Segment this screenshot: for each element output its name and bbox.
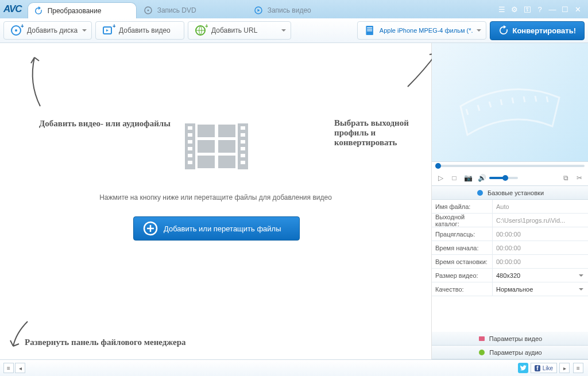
- svg-point-1: [147, 10, 149, 11]
- convert-button[interactable]: Конвертировать!: [490, 21, 585, 40]
- arrow-annotation-icon: [5, 319, 33, 353]
- add-video-button[interactable]: + Добавить видео: [95, 21, 184, 40]
- add-url-button[interactable]: + Добавить URL: [188, 21, 291, 40]
- button-label: Добавить видео: [119, 26, 171, 34]
- panel-list-button[interactable]: ≡: [573, 363, 583, 373]
- maximize-icon[interactable]: ☐: [560, 5, 570, 14]
- snapshot-button[interactable]: 📷: [462, 172, 474, 184]
- close-icon[interactable]: ✕: [573, 5, 582, 14]
- document-icon: [363, 24, 376, 37]
- svg-text:+: +: [205, 24, 208, 29]
- add-disc-button[interactable]: + Добавить диска: [3, 21, 92, 40]
- panel-expand-button[interactable]: ▸: [559, 363, 570, 373]
- main-area: Добавить видео- или аудиофайлы Выбрать в…: [0, 43, 588, 359]
- annotation-add-files: Добавить видео- или аудиофайлы: [39, 119, 171, 129]
- button-label: Конвертировать!: [512, 26, 576, 35]
- prop-size-label: Размер видео:: [432, 269, 493, 282]
- sidebar: ▷ □ 📷 🔊 ⧉ ✂ Базовые установки Имя файла:…: [432, 43, 588, 359]
- audio-params-header[interactable]: Параметры аудио: [432, 346, 588, 359]
- facebook-like-button[interactable]: fLike: [531, 363, 557, 373]
- prop-filename-label: Имя файла:: [432, 200, 493, 213]
- prop-filename-value[interactable]: Auto: [493, 200, 588, 213]
- svg-rect-36: [479, 336, 485, 341]
- volume-icon[interactable]: 🔊: [475, 172, 488, 184]
- content-pane[interactable]: Добавить видео- или аудиофайлы Выбрать в…: [0, 43, 432, 359]
- tab-convert[interactable]: Преобразование: [28, 2, 137, 18]
- seek-bar[interactable]: [432, 162, 588, 170]
- panel-collapse-button[interactable]: ◂: [15, 363, 25, 373]
- app-logo: AVC: [3, 3, 22, 15]
- arrow-annotation-icon: [17, 49, 52, 112]
- prop-stop-value[interactable]: 00:00:00: [493, 255, 588, 268]
- disc-add-icon: +: [10, 24, 24, 37]
- menu-icon[interactable]: ☰: [497, 5, 506, 14]
- prop-start-label: Время начала:: [432, 241, 493, 254]
- filmstrip-icon: [185, 123, 248, 169]
- plus-circle-icon: [143, 221, 158, 236]
- disc-icon: [144, 6, 153, 15]
- tab-dvd[interactable]: Запись DVD: [138, 2, 247, 18]
- button-label: Добавить URL: [211, 26, 257, 34]
- annotation-expand-panel: Развернуть панель файлового менеджера: [25, 338, 186, 347]
- svg-rect-13: [368, 30, 373, 31]
- key-icon[interactable]: ⚿: [523, 5, 532, 14]
- svg-rect-23: [188, 133, 192, 137]
- header-label: Базовые установки: [488, 189, 544, 196]
- svg-rect-11: [368, 28, 373, 28]
- svg-text:+: +: [21, 24, 24, 29]
- svg-point-37: [479, 350, 485, 355]
- fb-label: Like: [543, 365, 553, 371]
- panel-toggle-button[interactable]: ≡: [3, 363, 14, 373]
- svg-rect-21: [218, 156, 235, 168]
- output-profile-select[interactable]: Apple iPhone MPEG-4 фильм (*.mp4: [357, 21, 486, 40]
- svg-rect-12: [368, 29, 373, 29]
- titlebar: AVC Преобразование Запись DVD Запись вид…: [0, 0, 588, 18]
- drop-hint: Нажмите на кнопку ниже или перетащите фа…: [0, 193, 431, 201]
- basic-settings-header[interactable]: Базовые установки: [432, 186, 588, 200]
- crop-button[interactable]: ⧉: [559, 172, 572, 184]
- profile-label: Apple iPhone MPEG-4 фильм (*.mp4: [380, 27, 474, 34]
- svg-rect-20: [198, 156, 215, 168]
- svg-rect-17: [218, 125, 235, 137]
- prop-size-select[interactable]: 480x320: [493, 269, 588, 282]
- svg-rect-28: [241, 126, 245, 130]
- globe-icon: [476, 189, 484, 197]
- help-icon[interactable]: ?: [535, 5, 544, 14]
- add-files-button[interactable]: Добавить или перетащить файлы: [133, 216, 300, 241]
- minimize-icon[interactable]: —: [548, 5, 557, 14]
- globe-add-icon: +: [194, 24, 208, 37]
- svg-rect-19: [218, 140, 235, 153]
- gear-icon[interactable]: ⚙: [510, 5, 519, 14]
- tab-label: Преобразование: [48, 7, 102, 15]
- prop-duration-value: 00:00:00: [493, 227, 588, 241]
- svg-text:+: +: [113, 24, 115, 29]
- cut-button[interactable]: ✂: [573, 172, 586, 184]
- tab-record[interactable]: Запись видео: [248, 2, 357, 18]
- prop-output-label: Выходной каталог:: [432, 214, 493, 227]
- prop-quality-label: Качество:: [432, 282, 493, 296]
- window-controls: ☰ ⚙ ⚿ ? — ☐ ✕: [497, 5, 588, 14]
- twitter-icon: [520, 365, 527, 371]
- stop-button[interactable]: □: [448, 172, 461, 184]
- twitter-button[interactable]: [518, 363, 528, 373]
- svg-rect-27: [188, 161, 192, 164]
- refresh-icon: [34, 6, 43, 15]
- prop-output-value[interactable]: C:\Users\1progs.ru\Vid...: [493, 214, 588, 227]
- button-label: Добавить диска: [27, 26, 78, 34]
- svg-rect-31: [241, 147, 245, 150]
- button-label: Добавить или перетащить файлы: [164, 224, 281, 233]
- play-icon: [254, 6, 263, 15]
- prop-quality-select[interactable]: Нормальное: [493, 282, 588, 296]
- prop-start-value[interactable]: 00:00:00: [493, 241, 588, 254]
- toolbar: + Добавить диска + Добавить видео + Доба…: [0, 18, 588, 43]
- volume-slider[interactable]: [489, 177, 518, 179]
- preview-pane: [432, 43, 588, 162]
- properties-panel: Имя файла:Auto Выходной каталог:C:\Users…: [432, 200, 588, 332]
- video-params-header[interactable]: Параметры видео: [432, 332, 588, 346]
- svg-rect-33: [241, 161, 245, 164]
- svg-point-4: [15, 29, 17, 32]
- play-button[interactable]: ▷: [434, 172, 447, 184]
- refresh-icon: [498, 25, 509, 36]
- tab-label: Запись DVD: [157, 6, 196, 14]
- svg-rect-24: [188, 140, 192, 144]
